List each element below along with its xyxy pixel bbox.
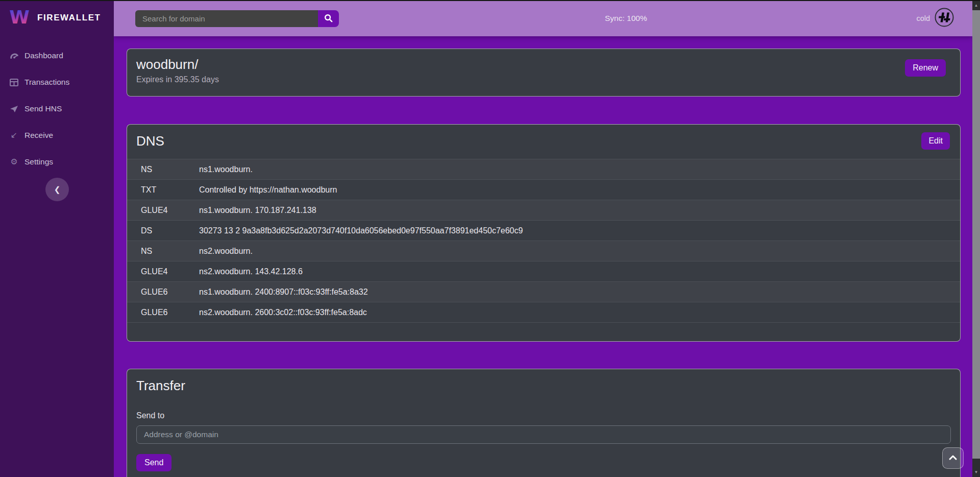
search-icon (324, 14, 333, 24)
firewallet-logo-icon: W (8, 6, 31, 30)
chevron-up-icon (948, 454, 958, 463)
dns-card-header: DNS Edit (127, 125, 960, 159)
wallet-area[interactable]: cold (916, 0, 954, 36)
dashboard-gauge-icon (9, 52, 19, 60)
sidebar-item-dashboard[interactable]: Dashboard (0, 42, 114, 69)
dns-record-type: GLUE6 (127, 302, 199, 323)
dns-record-type: GLUE4 (127, 200, 199, 221)
topbar: Sync: 100% cold (114, 0, 972, 36)
transactions-table-icon (9, 79, 19, 86)
dns-card: DNS Edit NS ns1.woodburn. TXT Controlled… (127, 124, 961, 342)
svg-text:W: W (9, 7, 30, 28)
send-plane-icon (9, 105, 19, 113)
sidebar-item-label: Transactions (24, 78, 69, 87)
dns-record-row: NS ns2.woodburn. (127, 241, 960, 261)
dns-record-type: TXT (127, 180, 199, 200)
dns-record-value: ns2.woodburn. (199, 241, 960, 261)
scrollbar-thumb[interactable] (972, 10, 980, 459)
vertical-scrollbar[interactable]: ▲ ▼ (972, 0, 980, 477)
domain-expiry-text: Expires in 395.35 days (136, 75, 951, 84)
domain-search-group (135, 10, 339, 27)
sidebar-item-label: Receive (24, 131, 53, 140)
scrollbar-arrow-up-icon[interactable]: ▲ (972, 1, 980, 9)
dns-record-value: Controlled by https://nathan.woodburn (199, 180, 960, 200)
send-button[interactable]: Send (136, 454, 172, 471)
dns-record-row: DS 30273 13 2 9a3a8fb3d625d2a2073d740f10… (127, 221, 960, 241)
brand: W FIREWALLET (0, 0, 114, 35)
dns-record-row: GLUE4 ns2.woodburn. 143.42.128.6 (127, 261, 960, 282)
dns-record-row: GLUE4 ns1.woodburn. 170.187.241.138 (127, 200, 960, 221)
dns-record-value: ns1.woodburn. 170.187.241.138 (199, 200, 960, 221)
dns-title: DNS (136, 132, 951, 150)
dns-record-type: GLUE6 (127, 282, 199, 302)
sidebar-item-label: Dashboard (24, 51, 63, 60)
dns-record-type: NS (127, 159, 199, 180)
scroll-to-top-button[interactable] (942, 447, 964, 469)
dns-record-type: DS (127, 221, 199, 241)
dns-record-value: ns2.woodburn. 2600:3c02::f03c:93ff:fe5a:… (199, 302, 960, 323)
edit-dns-button[interactable]: Edit (921, 132, 950, 150)
renew-button[interactable]: Renew (905, 59, 946, 77)
dns-record-value: 30273 13 2 9a3a8fb3d625d2a2073d740f10da6… (199, 221, 960, 241)
sidebar-collapse-button[interactable]: ❮ (45, 178, 69, 201)
brand-title: FIREWALLET (37, 13, 101, 23)
transfer-address-input[interactable] (136, 425, 951, 444)
dns-records-table: NS ns1.woodburn. TXT Controlled by https… (127, 159, 960, 323)
transfer-card: Transfer Send to Send (127, 369, 961, 477)
sidebar-item-receive[interactable]: ↙ Receive (0, 122, 114, 149)
domain-summary-card: woodburn/ Expires in 395.35 days Renew (127, 49, 961, 97)
settings-gear-icon: ⚙ (9, 158, 19, 166)
send-to-label: Send to (136, 411, 951, 420)
sidebar: W FIREWALLET Dashboard (0, 0, 114, 477)
scrollbar-arrow-down-icon[interactable]: ▼ (972, 468, 980, 476)
dns-record-row: GLUE6 ns1.woodburn. 2400:8907::f03c:93ff… (127, 282, 960, 302)
domain-title: woodburn/ (136, 56, 951, 73)
dns-record-value: ns2.woodburn. 143.42.128.6 (199, 261, 960, 282)
transfer-title: Transfer (136, 376, 951, 395)
main-content: woodburn/ Expires in 395.35 days Renew D… (114, 36, 972, 477)
dns-record-row: GLUE6 ns2.woodburn. 2600:3c02::f03c:93ff… (127, 302, 960, 323)
sidebar-item-label: Settings (24, 157, 53, 166)
window-top-edge (0, 0, 980, 1)
search-input[interactable] (135, 10, 318, 27)
sidebar-nav: Dashboard Transactions Send HNS ↙ Rece (0, 42, 114, 175)
chevron-left-icon: ❮ (54, 185, 61, 194)
sidebar-item-transactions[interactable]: Transactions (0, 69, 114, 96)
dns-record-value: ns1.woodburn. 2400:8907::f03c:93ff:fe5a:… (199, 282, 960, 302)
sidebar-item-settings[interactable]: ⚙ Settings (0, 149, 114, 175)
dns-record-value: ns1.woodburn. (199, 159, 960, 180)
search-button[interactable] (318, 10, 339, 27)
dns-record-row: TXT Controlled by https://nathan.woodbur… (127, 180, 960, 200)
handshake-logo-icon (935, 8, 954, 29)
sync-status: Sync: 100% (605, 0, 647, 36)
dns-record-type: NS (127, 241, 199, 261)
dns-record-type: GLUE4 (127, 261, 199, 282)
dns-record-row: NS ns1.woodburn. (127, 159, 960, 180)
sidebar-item-label: Send HNS (24, 104, 62, 113)
wallet-name: cold (916, 14, 930, 22)
receive-arrow-icon: ↙ (9, 131, 19, 139)
sidebar-item-send-hns[interactable]: Send HNS (0, 96, 114, 122)
